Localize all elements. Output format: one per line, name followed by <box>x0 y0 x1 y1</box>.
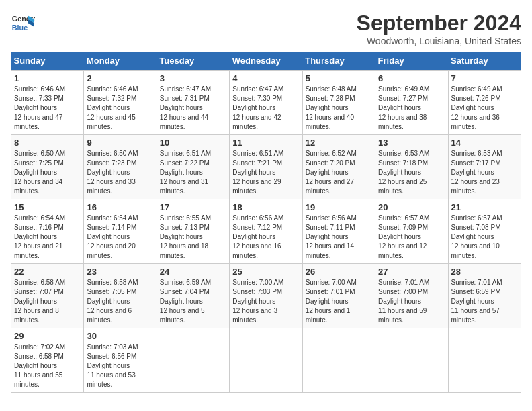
day-info: Sunrise: 6:59 AM Sunset: 7:04 PM Dayligh… <box>160 278 226 325</box>
daylight-label: Daylight hours <box>232 298 275 305</box>
daylight-duration: 12 hours and 27 minutes. <box>306 178 354 195</box>
day-number: 1 <box>14 73 81 83</box>
daylight-duration: 12 hours and 6 minutes. <box>87 307 132 324</box>
sunset-label: Sunset: 7:00 PM <box>378 288 428 295</box>
sunrise-label: Sunrise: 6:54 AM <box>87 214 138 222</box>
day-info: Sunrise: 7:00 AM Sunset: 7:03 PM Dayligh… <box>232 278 299 325</box>
sunset-label: Sunset: 7:33 PM <box>14 95 64 102</box>
daylight-label: Daylight hours <box>160 169 203 176</box>
daylight-label: Daylight hours <box>378 233 421 240</box>
sunrise-label: Sunrise: 6:51 AM <box>160 150 211 157</box>
daylight-label: Daylight hours <box>160 298 203 305</box>
calendar-cell: 21 Sunrise: 6:57 AM Sunset: 7:08 PM Dayl… <box>448 199 521 264</box>
logo: General Blue <box>11 11 35 35</box>
day-number: 11 <box>232 138 299 148</box>
sunset-label: Sunset: 7:12 PM <box>232 224 282 231</box>
day-header: Tuesday <box>157 52 229 71</box>
day-info: Sunrise: 6:47 AM Sunset: 7:31 PM Dayligh… <box>160 85 226 132</box>
calendar-cell <box>302 328 375 393</box>
daylight-duration: 12 hours and 5 minutes. <box>160 307 205 324</box>
day-info: Sunrise: 7:02 AM Sunset: 6:58 PM Dayligh… <box>14 342 81 390</box>
daylight-duration: 12 hours and 20 minutes. <box>87 242 135 259</box>
day-info: Sunrise: 6:57 AM Sunset: 7:08 PM Dayligh… <box>451 214 518 261</box>
daylight-duration: 11 hours and 53 minutes. <box>87 371 135 388</box>
sunset-label: Sunset: 6:56 PM <box>87 353 136 360</box>
daylight-duration: 12 hours and 8 minutes. <box>14 307 59 324</box>
day-info: Sunrise: 7:03 AM Sunset: 6:56 PM Dayligh… <box>87 342 153 390</box>
daylight-label: Daylight hours <box>378 298 421 305</box>
day-info: Sunrise: 6:55 AM Sunset: 7:13 PM Dayligh… <box>160 214 226 261</box>
day-info: Sunrise: 6:51 AM Sunset: 7:21 PM Dayligh… <box>232 149 299 196</box>
daylight-duration: 12 hours and 16 minutes. <box>232 242 281 259</box>
daylight-label: Daylight hours <box>14 169 57 176</box>
day-info: Sunrise: 6:46 AM Sunset: 7:32 PM Dayligh… <box>87 85 153 132</box>
daylight-label: Daylight hours <box>14 362 57 369</box>
day-number: 8 <box>14 138 81 148</box>
daylight-label: Daylight hours <box>232 169 275 176</box>
day-info: Sunrise: 6:56 AM Sunset: 7:12 PM Dayligh… <box>232 214 299 261</box>
daylight-label: Daylight hours <box>451 169 494 176</box>
day-header: Thursday <box>302 52 375 71</box>
calendar-cell: 27 Sunrise: 7:01 AM Sunset: 7:00 PM Dayl… <box>375 264 448 328</box>
day-header: Saturday <box>448 52 521 71</box>
calendar-cell: 14 Sunrise: 6:53 AM Sunset: 7:17 PM Dayl… <box>448 135 521 199</box>
calendar-week: 1 Sunrise: 6:46 AM Sunset: 7:33 PM Dayli… <box>11 71 521 135</box>
day-number: 9 <box>87 138 153 148</box>
sunset-label: Sunset: 7:21 PM <box>232 159 282 167</box>
daylight-label: Daylight hours <box>451 298 494 305</box>
calendar-week: 29 Sunrise: 7:02 AM Sunset: 6:58 PM Dayl… <box>11 328 521 393</box>
calendar-cell: 25 Sunrise: 7:00 AM Sunset: 7:03 PM Dayl… <box>230 264 302 328</box>
daylight-label: Daylight hours <box>160 233 203 240</box>
day-number: 24 <box>160 267 226 277</box>
sunset-label: Sunset: 7:13 PM <box>160 224 210 231</box>
sunset-label: Sunset: 6:58 PM <box>14 353 64 360</box>
sunrise-label: Sunrise: 7:01 AM <box>451 279 502 286</box>
sunset-label: Sunset: 7:32 PM <box>87 95 136 102</box>
day-info: Sunrise: 6:57 AM Sunset: 7:09 PM Dayligh… <box>378 214 445 261</box>
day-info: Sunrise: 6:48 AM Sunset: 7:28 PM Dayligh… <box>306 85 372 132</box>
sunset-label: Sunset: 6:59 PM <box>451 288 501 295</box>
day-info: Sunrise: 6:58 AM Sunset: 7:07 PM Dayligh… <box>14 278 81 325</box>
sunrise-label: Sunrise: 6:56 AM <box>232 214 283 222</box>
daylight-duration: 12 hours and 36 minutes. <box>451 113 500 130</box>
daylight-label: Daylight hours <box>14 104 57 111</box>
sunrise-label: Sunrise: 6:49 AM <box>378 85 429 93</box>
sunset-label: Sunset: 7:22 PM <box>160 159 210 167</box>
day-number: 20 <box>378 202 445 212</box>
day-number: 10 <box>160 138 226 148</box>
day-number: 16 <box>87 202 153 212</box>
sunset-label: Sunset: 7:11 PM <box>306 224 355 231</box>
day-header: Friday <box>375 52 448 71</box>
sunrise-label: Sunrise: 6:58 AM <box>14 279 65 286</box>
day-number: 15 <box>14 202 81 212</box>
day-info: Sunrise: 6:46 AM Sunset: 7:33 PM Dayligh… <box>14 85 81 132</box>
day-number: 27 <box>378 267 445 277</box>
calendar-cell: 3 Sunrise: 6:47 AM Sunset: 7:31 PM Dayli… <box>157 71 229 135</box>
daylight-duration: 12 hours and 12 minutes. <box>378 242 427 259</box>
title-section: September 2024 Woodworth, Louisiana, Uni… <box>357 11 521 46</box>
sunrise-label: Sunrise: 6:49 AM <box>451 85 502 93</box>
calendar-cell: 20 Sunrise: 6:57 AM Sunset: 7:09 PM Dayl… <box>375 199 448 264</box>
sunrise-label: Sunrise: 7:03 AM <box>87 343 138 351</box>
sunset-label: Sunset: 7:09 PM <box>378 224 428 231</box>
calendar-cell: 17 Sunrise: 6:55 AM Sunset: 7:13 PM Dayl… <box>157 199 229 264</box>
sunrise-label: Sunrise: 7:00 AM <box>306 279 357 286</box>
sunrise-label: Sunrise: 6:55 AM <box>160 214 211 222</box>
daylight-label: Daylight hours <box>87 298 130 305</box>
day-number: 18 <box>232 202 299 212</box>
day-number: 29 <box>14 331 81 341</box>
daylight-duration: 11 hours and 55 minutes. <box>14 371 62 388</box>
calendar-cell: 29 Sunrise: 7:02 AM Sunset: 6:58 PM Dayl… <box>11 328 84 393</box>
day-info: Sunrise: 6:49 AM Sunset: 7:26 PM Dayligh… <box>451 85 518 132</box>
daylight-duration: 12 hours and 38 minutes. <box>378 113 427 130</box>
daylight-label: Daylight hours <box>378 169 421 176</box>
sunset-label: Sunset: 7:26 PM <box>451 95 501 102</box>
sunrise-label: Sunrise: 6:53 AM <box>451 150 502 157</box>
sunrise-label: Sunrise: 6:58 AM <box>87 279 138 286</box>
calendar-cell: 1 Sunrise: 6:46 AM Sunset: 7:33 PM Dayli… <box>11 71 84 135</box>
daylight-duration: 12 hours and 18 minutes. <box>160 242 208 259</box>
calendar-cell: 11 Sunrise: 6:51 AM Sunset: 7:21 PM Dayl… <box>230 135 302 199</box>
day-number: 21 <box>451 202 518 212</box>
daylight-label: Daylight hours <box>87 362 130 369</box>
calendar-cell: 2 Sunrise: 6:46 AM Sunset: 7:32 PM Dayli… <box>84 71 157 135</box>
